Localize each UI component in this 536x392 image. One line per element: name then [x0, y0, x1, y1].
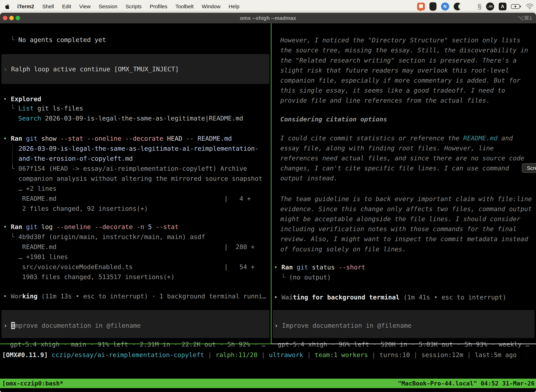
thinking-text-line: review. Also, I might want to inspect th…	[280, 234, 528, 244]
omx-ralph-counter: ralph:11/20	[215, 351, 258, 359]
right-model-status-line: gpt-5.4 xhigh · 96% left · 520K in · 5.8…	[278, 339, 529, 349]
dark-crescent-icon[interactable]	[454, 3, 461, 10]
menu-item-help[interactable]: Help	[229, 4, 239, 9]
omx-last: last:5m ago	[475, 351, 517, 359]
waiting-status-line: • Waiting for background terminal (1m 41…	[274, 292, 506, 302]
git-log-output-line: … +1901 lines	[19, 252, 68, 262]
menu-item-edit[interactable]: Edit	[62, 4, 71, 9]
right-prompt-line[interactable]: › Improve documentation in @filename	[274, 321, 412, 331]
omx-turns: turns:10	[379, 351, 410, 359]
thinking-text-line: references need actual files, and since …	[280, 153, 524, 163]
terminal-content[interactable]: └ No agents completed yet › Ralph loop a…	[0, 23, 536, 392]
bullet-glyph: •	[3, 223, 11, 230]
thinking-text-line: of focusing solely on file lines.	[280, 244, 406, 254]
wifi-icon[interactable]	[526, 4, 534, 9]
left-model-status-line: gpt-5.4 xhigh · main · 91% left · 2.31M …	[10, 339, 265, 349]
right-pane-border	[272, 344, 536, 344]
explored-list-line: └ List git ls-files	[11, 103, 83, 113]
tmux-session-name: [omx-cczip0:bash*	[2, 379, 63, 388]
thinking-text-line: companion file, especially if more comme…	[280, 75, 520, 85]
working-status-line: • Working (11m 13s • esc to interrupt) ·…	[3, 291, 266, 301]
tree-branch-glyph: └	[11, 165, 18, 172]
thinking-text-line: this single essay, it seems like a good …	[280, 85, 505, 95]
tree-branch-glyph: └	[281, 274, 289, 281]
git-show-output-line: companion analysis without altering the …	[19, 173, 262, 183]
omx-branch-path: cczip/essay/ai-reimplementation-copyleft	[48, 351, 204, 359]
thinking-text-line: However, I noticed the "Directory Struct…	[280, 35, 520, 45]
git-show-arg-line: and-the-erosion-of-copyleft.md	[19, 154, 133, 163]
left-prompt-line[interactable]: › Improve documentation in @filename	[4, 321, 141, 331]
git-log-summary-line: 1903 files changed, 513517 insertions(+)	[22, 272, 175, 282]
menu-items: iTerm2 Shell Edit View Session Scripts P…	[17, 4, 239, 9]
input-source-icon[interactable]: A	[499, 3, 507, 10]
git-show-arg-line: 2026-03-09-is-legal-the-same-as-legitima…	[19, 144, 258, 154]
menu-item-view[interactable]: View	[79, 4, 91, 9]
git-show-summary-line: 2 files changed, 92 insertions(+)	[22, 204, 148, 214]
apple-menu-icon[interactable]	[5, 4, 10, 9]
hook-icon[interactable]: §	[478, 2, 482, 10]
thinking-text-line: output instead.	[280, 173, 337, 183]
prompt-chevron: ›	[4, 65, 11, 73]
left-pane-border	[0, 344, 271, 344]
tree-branch-glyph: └	[11, 36, 18, 43]
dots-grid-icon[interactable]	[466, 3, 473, 10]
tree-guide-line	[12, 145, 13, 166]
thinking-text-line: the "Related research writing" section i…	[280, 55, 517, 65]
iterm-window: omx --xhigh --madmax ⌥⌘1 └ No agents com…	[0, 13, 536, 392]
timer-badge-icon[interactable]: ..61	[486, 2, 494, 10]
git-show-output-line: … +2 lines	[19, 183, 57, 194]
text-cursor: I	[11, 322, 15, 329]
prompt-chevron: ›	[274, 322, 282, 329]
menu-status-icons: N § ..61 A	[417, 0, 534, 13]
thinking-text-line: slight risk that future readers may over…	[280, 65, 509, 75]
thinking-text-line: including verification notes with those …	[280, 224, 517, 234]
menu-item-window[interactable]: Window	[202, 4, 220, 9]
bullet-glyph: •	[274, 264, 281, 271]
blue-badge-icon[interactable]: N	[441, 2, 449, 10]
inject-banner-line: › Ralph loop active continue [OMX_TMUX_I…	[4, 64, 179, 74]
thinking-text-line: evidence. Since this change only affects…	[280, 204, 532, 214]
thinking-text-line: might be acceptable alongside the file l…	[280, 214, 520, 224]
window-title: omx --xhigh --madmax	[0, 13, 536, 23]
omx-version: [OMX#0.11.9]	[2, 351, 48, 359]
omx-session: session:12m	[421, 351, 463, 359]
battery-icon[interactable]	[511, 4, 521, 9]
explored-search-line: Search 2026-03-09-is-legal-the-same-as-l…	[18, 113, 243, 123]
git-status-output-line: └ (no output)	[281, 272, 331, 282]
omx-mode: ultrawork	[269, 351, 303, 359]
ran-git-status-line: • Ran git status --short	[274, 262, 365, 272]
menu-item-profiles[interactable]: Profiles	[150, 4, 167, 9]
thinking-text-line: essay file, along with finding root file…	[280, 143, 494, 153]
pane-divider[interactable]	[271, 23, 272, 344]
thinking-text-line: The team guideline is to back every impo…	[280, 194, 532, 204]
desktop: iTerm2 Shell Edit View Session Scripts P…	[0, 0, 536, 392]
git-log-stat-line: README.md | 280 +	[22, 242, 255, 252]
menu-item-session[interactable]: Session	[99, 4, 117, 9]
git-show-stat-line: README.md | 4 +	[22, 194, 251, 204]
title-bar[interactable]: omx --xhigh --madmax ⌥⌘1	[0, 13, 536, 23]
menu-bar: iTerm2 Shell Edit View Session Scripts P…	[0, 0, 536, 13]
prompt-chevron: ›	[4, 322, 11, 329]
tree-branch-glyph: └	[11, 105, 18, 112]
tmux-status-bar: [omx-cczip0:bash* "MacBook-Pro-44.local"…	[0, 379, 536, 388]
git-log-stat-line: src/voice/voiceModeEnabled.ts | 54 +	[22, 262, 255, 272]
thinking-heading: Considering citation options	[280, 114, 387, 124]
thinking-text-line: the source tree, missing the essay. Stil…	[280, 45, 528, 55]
window-shortcut-badge: ⌥⌘1	[518, 13, 532, 23]
tmux-host-clock: "MacBook-Pro-44.local" 04:52 31-Mar-26	[398, 379, 535, 388]
menu-item-scripts[interactable]: Scripts	[125, 4, 142, 9]
omx-team: team:1 workers	[315, 351, 368, 359]
hook-glyph: §	[478, 2, 482, 10]
agents-note-line: └ No agents completed yet	[11, 35, 106, 45]
thinking-text-line: changes, I can't cite specific file line…	[280, 163, 509, 173]
menu-item-shell[interactable]: Shell	[42, 4, 54, 9]
menu-item-toolbelt[interactable]: Toolbelt	[176, 4, 194, 9]
menu-item-iterm2[interactable]: iTerm2	[17, 4, 34, 9]
omx-status-bar: [OMX#0.11.9] cczip/essay/ai-reimplementa…	[2, 350, 517, 360]
screenshot-app-icon[interactable]	[417, 3, 425, 10]
screen-share-tooltip: Scre	[522, 163, 536, 173]
tree-branch-glyph: └	[11, 233, 18, 240]
explored-heading: • Explored	[3, 94, 41, 104]
shield-grid-icon[interactable]	[429, 2, 436, 11]
git-show-output-line: └ 067f154 (HEAD -> essay/ai-reimplementa…	[11, 163, 247, 173]
